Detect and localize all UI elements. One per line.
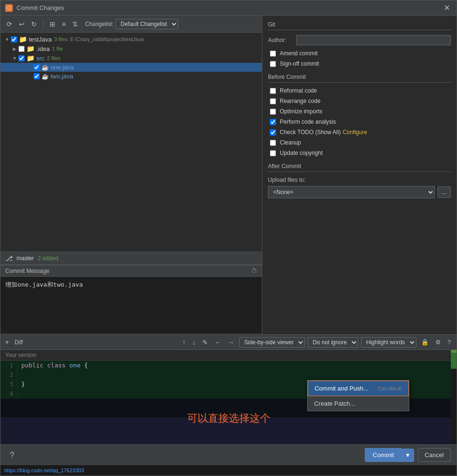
- diff-next-button[interactable]: →: [226, 338, 236, 347]
- url-text: https://blog.csdn.net/qq_17623303: [4, 468, 84, 473]
- onejava-checkbox[interactable]: [34, 64, 40, 70]
- expand-button[interactable]: ≡: [60, 19, 68, 29]
- amend-commit-row: Amend commit: [268, 50, 451, 57]
- title-bar: ⬡ Commit Changes ✕: [0, 0, 457, 16]
- left-panel: ⟳ ↩ ↻ ⊞ ≡ ⇅ Changelist: Default Changeli…: [0, 16, 262, 334]
- close-button[interactable]: ✕: [442, 3, 452, 12]
- scrollbar-thumb[interactable]: [451, 350, 457, 369]
- commit-dropdown-arrow[interactable]: ▼: [402, 449, 414, 462]
- browse-button[interactable]: ...: [438, 187, 451, 198]
- after-commit-section: After Commit Upload files to: <None> ...: [268, 163, 451, 198]
- viewer-select[interactable]: Side-by-side viewer: [239, 337, 305, 348]
- tree-root[interactable]: ▼ 📁 testJava 3 files E:\Crazy_rabbit\pro…: [0, 34, 262, 44]
- src-folder-icon: 📁: [26, 54, 34, 62]
- copyright-checkbox[interactable]: [270, 150, 276, 156]
- todo-checkbox[interactable]: [270, 129, 276, 136]
- cancel-button[interactable]: Cancel: [418, 448, 451, 462]
- root-count: 3 files: [54, 36, 68, 42]
- diff-line-2: 2: [0, 370, 457, 380]
- diff-up-button[interactable]: ↑: [181, 338, 188, 347]
- diff-subheader: Your version: [0, 350, 457, 361]
- commit-changes-dialog: ⬡ Commit Changes ✕ ⟳ ↩ ↻ ⊞ ≡ ⇅ Changelis…: [0, 0, 457, 476]
- optimize-label: Optimize imports: [280, 108, 322, 115]
- optimize-checkbox[interactable]: [270, 109, 276, 115]
- help-icon-diff[interactable]: ?: [446, 338, 453, 347]
- expand-arrow-root: ▼: [4, 36, 10, 42]
- cleanup-label: Cleanup: [280, 139, 301, 146]
- branch-icon: ⎇: [5, 255, 13, 262]
- rearrange-row: Rearrange code: [268, 98, 451, 104]
- line-num-3: 3: [0, 380, 17, 389]
- tree-item-onejava[interactable]: ☕ one.java: [0, 63, 262, 72]
- no-arrow-onejava: [27, 65, 33, 70]
- cleanup-checkbox[interactable]: [270, 140, 276, 146]
- rearrange-checkbox[interactable]: [270, 98, 276, 104]
- rearrange-label: Rearrange code: [280, 98, 320, 104]
- diff-prev-button[interactable]: ←: [213, 338, 223, 347]
- diff-section: ▼ Diff ↑ ↓ ✎ ← → Side-by-side viewer Do …: [0, 334, 457, 444]
- java-file-icon-two: ☕: [42, 73, 49, 80]
- right-panel: Git Author: Amend commit Sign-off commit…: [262, 16, 457, 334]
- src-count: 2 files: [47, 55, 60, 61]
- group-button[interactable]: ⊞: [47, 19, 58, 29]
- upload-label: Upload files to:: [268, 177, 451, 183]
- sign-off-label: Sign-off commit: [280, 60, 319, 67]
- diff-content: Your version 1 public class one { 2 3 }: [0, 350, 457, 444]
- reformat-label: Reformat code: [280, 87, 317, 94]
- onejava-name: one.java: [51, 64, 74, 71]
- bottom-bar: ? Commit ▼ Cancel: [0, 444, 457, 465]
- reformat-checkbox[interactable]: [270, 88, 276, 94]
- analyze-checkbox[interactable]: [270, 119, 276, 125]
- amend-commit-checkbox[interactable]: [270, 51, 276, 57]
- sign-off-checkbox[interactable]: [270, 61, 276, 67]
- collapse-button[interactable]: ⇅: [70, 19, 80, 29]
- amend-commit-label: Amend commit: [280, 50, 318, 57]
- root-checkbox[interactable]: [11, 36, 17, 42]
- lock-icon[interactable]: 🔒: [419, 338, 431, 347]
- tree-item-src[interactable]: ▼ 📁 src 2 files: [0, 53, 262, 63]
- undo-button[interactable]: ↩: [17, 19, 27, 29]
- author-input[interactable]: [296, 35, 451, 45]
- create-patch-item[interactable]: Create Patch...: [308, 396, 409, 411]
- ignore-select[interactable]: Do not ignore: [308, 337, 358, 348]
- upload-select[interactable]: <None>: [268, 186, 435, 198]
- copyright-row: Update copyright: [268, 150, 451, 156]
- analyze-row: Perform code analysis: [268, 119, 451, 125]
- main-content: ⟳ ↩ ↻ ⊞ ≡ ⇅ Changelist: Default Changeli…: [0, 16, 457, 334]
- commit-button[interactable]: Commit: [365, 448, 402, 462]
- clock-icon[interactable]: ⏱: [251, 267, 257, 274]
- configure-link[interactable]: Configure: [343, 129, 367, 136]
- folder-icon: 📁: [19, 35, 27, 43]
- commit-and-push-item[interactable]: Commit and Push... Ctrl+Alt+K: [308, 381, 409, 396]
- diff-edit-button[interactable]: ✎: [200, 338, 210, 347]
- refresh-button[interactable]: ↻: [29, 19, 39, 29]
- vcs-icon[interactable]: ⟳: [4, 19, 15, 29]
- create-patch-label: Create Patch...: [314, 400, 355, 407]
- diff-down-button[interactable]: ↓: [190, 338, 198, 347]
- tree-item-twojava[interactable]: ☕ two.java: [0, 72, 262, 81]
- author-row: Author:: [268, 35, 451, 45]
- line-content-2: [17, 370, 457, 380]
- app-icon: ⬡: [5, 4, 13, 12]
- after-commit-title: After Commit: [268, 163, 451, 172]
- help-button[interactable]: ?: [6, 449, 18, 461]
- src-checkbox[interactable]: [18, 55, 25, 61]
- git-section-title: Git: [268, 21, 451, 30]
- idea-checkbox[interactable]: [18, 46, 25, 52]
- commit-message-textarea[interactable]: [0, 276, 262, 333]
- before-commit-section: Before Commit Reformat code Rearrange co…: [268, 74, 451, 156]
- changelist-select[interactable]: Default Changelist: [115, 19, 178, 29]
- idea-count: 1 file: [52, 46, 63, 51]
- highlight-select[interactable]: Highlight words: [361, 337, 416, 348]
- todo-row: Check TODO (Show All) Configure: [268, 129, 451, 136]
- settings-icon[interactable]: ⚙: [433, 338, 443, 347]
- reformat-row: Reformat code: [268, 87, 451, 94]
- diff-scrollbar[interactable]: [451, 350, 457, 444]
- twojava-checkbox[interactable]: [34, 73, 40, 79]
- git-section: Git Author: Amend commit Sign-off commit: [268, 21, 451, 67]
- analyze-label: Perform code analysis: [280, 119, 336, 125]
- separator-1: [43, 20, 43, 28]
- tree-item-idea[interactable]: ▶ 📁 .idea 1 file: [0, 44, 262, 53]
- diff-section-arrow[interactable]: ▼: [4, 339, 10, 346]
- changelist-label: Changelist:: [85, 21, 113, 27]
